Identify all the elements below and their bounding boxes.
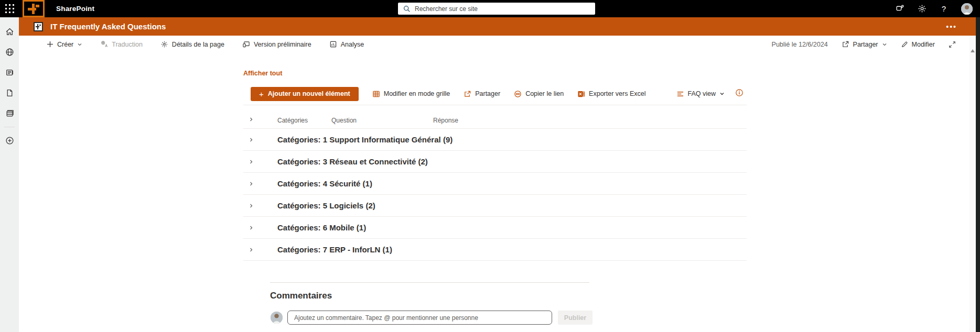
excel-icon [577, 90, 585, 98]
chevron-down-icon [882, 42, 887, 47]
group-title: Catégories: 5 Logiciels (2) [277, 201, 375, 210]
suite-top-bar: SharePoint Rechercher sur ce site ? [0, 0, 980, 17]
comment-input[interactable] [287, 311, 552, 325]
help-icon[interactable]: ? [939, 4, 949, 14]
translate-label: Traduction [112, 41, 143, 48]
edit-page-label: Modifier [912, 41, 935, 48]
comments-title: Commentaires [270, 291, 332, 301]
lists-icon[interactable] [0, 103, 19, 124]
edit-grid-button[interactable]: Modifier en mode grille [372, 90, 450, 98]
command-bar-divider [243, 105, 747, 105]
group-title: Catégories: 3 Réseau et Connectivité (2) [277, 157, 428, 166]
app-launcher-icon[interactable] [4, 3, 16, 15]
page-details-label: Détails de la page [172, 41, 224, 48]
edit-grid-label: Modifier en mode grille [384, 90, 450, 97]
group-row[interactable]: Catégories: 7 ERP - InforLN (1) [243, 239, 747, 261]
share-list-button[interactable]: Partager [464, 90, 500, 98]
site-logo[interactable] [34, 22, 43, 31]
company-logo-glyph [28, 4, 39, 14]
vertical-scrollbar[interactable] [970, 36, 976, 332]
scrollbar-up-arrow-icon[interactable] [971, 49, 975, 52]
group-row[interactable]: Catégories: 3 Réseau et Connectivité (2) [243, 151, 747, 173]
group-title: Catégories: 7 ERP - InforLN (1) [277, 245, 392, 254]
pencil-icon [901, 41, 908, 48]
column-header-reponse[interactable]: Réponse [433, 117, 458, 124]
post-comment-button[interactable]: Publier [558, 311, 593, 325]
translate-icon [100, 40, 108, 48]
add-new-item-label: Ajouter un nouvel élément [268, 90, 350, 97]
group-title: Catégories: 1 Support Informatique Génér… [277, 135, 453, 144]
site-title[interactable]: IT Frequently Asked Questions [50, 22, 166, 31]
column-header-categories[interactable]: Catégories [277, 117, 308, 124]
expand-group-chevron-icon[interactable] [249, 201, 254, 211]
gear-icon [160, 40, 168, 48]
group-row[interactable]: Catégories: 5 Logiciels (2) [243, 195, 747, 217]
expand-group-chevron-icon[interactable] [249, 245, 254, 254]
site-header-bar: IT Frequently Asked Questions ••• [19, 17, 976, 36]
translate-button[interactable]: Traduction [100, 40, 143, 48]
preview-button[interactable]: Version préliminaire [242, 40, 311, 48]
preview-icon [242, 40, 250, 48]
comments-divider [270, 282, 589, 283]
copy-link-label: Copier le lien [525, 90, 564, 97]
feedback-icon[interactable] [895, 4, 904, 14]
comment-compose-row: Publier [271, 311, 593, 325]
create-button[interactable]: Créer [47, 41, 82, 48]
group-row[interactable]: Catégories: 6 Mobile (1) [243, 217, 747, 239]
expand-group-chevron-icon[interactable] [249, 135, 254, 145]
share-icon [842, 40, 849, 48]
analytics-label: Analyse [341, 41, 364, 48]
globe-icon[interactable] [0, 42, 19, 62]
preview-label: Version préliminaire [254, 41, 311, 48]
company-logo[interactable] [23, 0, 45, 17]
create-plus-icon[interactable] [0, 130, 19, 151]
expand-group-chevron-icon[interactable] [249, 157, 254, 167]
window-edge [976, 17, 980, 332]
settings-gear-icon[interactable] [917, 4, 927, 14]
expand-group-chevron-icon[interactable] [249, 179, 254, 189]
expand-group-chevron-icon[interactable] [249, 223, 254, 233]
group-row[interactable]: Catégories: 1 Support Informatique Génér… [243, 129, 747, 151]
list-group-rows: Catégories: 1 Support Informatique Génér… [243, 129, 747, 261]
site-rail-sidebar [0, 17, 19, 332]
column-header-question[interactable]: Question [331, 117, 357, 124]
list-header-row: Catégories Question Réponse [243, 112, 747, 129]
group-title: Catégories: 4 Sécurité (1) [277, 179, 372, 188]
view-name: FAQ view [688, 90, 716, 97]
share-page-button[interactable]: Partager [842, 40, 887, 48]
comment-user-avatar [271, 312, 283, 324]
page-details-button[interactable]: Détails de la page [160, 40, 224, 48]
user-avatar[interactable] [961, 3, 973, 15]
analytics-icon [329, 40, 337, 48]
documents-icon[interactable] [0, 83, 19, 103]
plus-icon: + [259, 90, 264, 98]
home-icon[interactable] [0, 21, 19, 42]
group-title: Catégories: 6 Mobile (1) [277, 223, 366, 232]
analytics-button[interactable]: Analyse [329, 40, 364, 48]
sharepoint-app-name[interactable]: SharePoint [56, 0, 94, 17]
news-icon[interactable] [0, 62, 19, 83]
expand-all-chevron-icon[interactable] [249, 116, 254, 124]
group-row[interactable]: Catégories: 4 Sécurité (1) [243, 173, 747, 195]
add-new-item-button[interactable]: + Ajouter un nouvel élément [251, 87, 359, 101]
list-info-icon[interactable] [735, 88, 744, 99]
site-header-overflow-icon[interactable]: ••• [946, 23, 957, 31]
published-date: Publié le 12/6/2024 [772, 41, 828, 48]
chevron-down-icon [77, 42, 82, 47]
share-page-label: Partager [853, 41, 878, 48]
site-search[interactable]: Rechercher sur ce site [398, 3, 595, 15]
plus-icon [47, 41, 53, 48]
search-placeholder: Rechercher sur ce site [415, 5, 478, 13]
share-icon [464, 90, 471, 98]
create-label: Créer [57, 41, 73, 48]
copy-link-button[interactable]: Copier le lien [514, 90, 564, 98]
show-all-link[interactable]: Afficher tout [243, 70, 282, 77]
site-logo-glyph [36, 24, 41, 29]
export-excel-button[interactable]: Exporter vers Excel [577, 90, 645, 98]
view-selector[interactable]: FAQ view [676, 90, 725, 97]
page-command-bar: Créer Traduction Détails de la page Vers… [19, 36, 970, 53]
chevron-down-icon [719, 91, 725, 96]
export-excel-label: Exporter vers Excel [589, 90, 645, 97]
expand-fullscreen-icon[interactable] [949, 41, 956, 48]
edit-page-button[interactable]: Modifier [901, 41, 935, 48]
